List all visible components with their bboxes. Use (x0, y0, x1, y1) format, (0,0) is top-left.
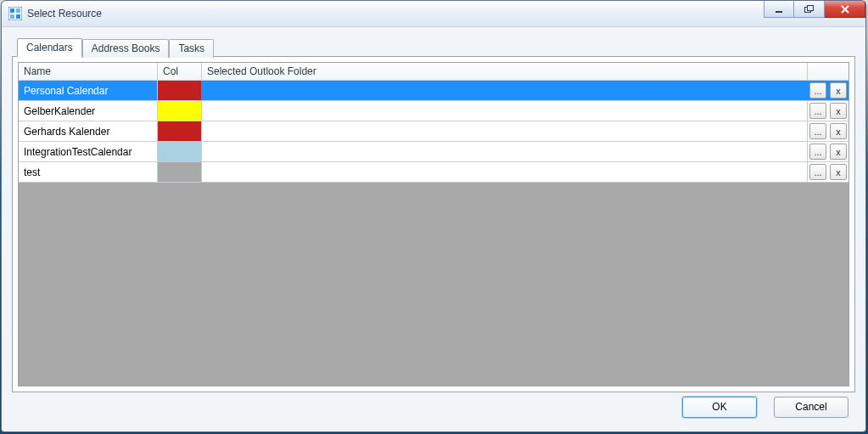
window-title: Select Resource (27, 8, 102, 20)
cell-color[interactable] (158, 162, 202, 182)
cell-delete: x (828, 81, 848, 100)
color-swatch (158, 162, 201, 182)
table-row[interactable]: test...x (19, 162, 848, 183)
browse-folder-button[interactable]: ... (809, 103, 826, 119)
cell-browse: ... (808, 142, 828, 161)
delete-row-button[interactable]: x (830, 144, 847, 160)
cell-name[interactable]: test (19, 162, 158, 182)
ok-button[interactable]: OK (682, 397, 757, 418)
dialog-window: Select Resource CalendarsAddress BooksTa… (1, 0, 866, 432)
cell-delete: x (828, 121, 848, 141)
tab-address-books[interactable]: Address Books (82, 39, 170, 58)
column-header-name[interactable]: Name (19, 63, 158, 80)
resource-grid: Name Col Selected Outlook Folder Persona… (18, 62, 849, 386)
cell-name[interactable]: GelberKalender (19, 101, 158, 121)
minimize-button[interactable] (764, 1, 794, 18)
cancel-button[interactable]: Cancel (774, 397, 848, 418)
tab-strip: CalendarsAddress BooksTasks (17, 37, 855, 56)
cell-color[interactable] (158, 121, 202, 141)
svg-rect-2 (16, 8, 20, 13)
cell-selected-folder[interactable] (202, 162, 808, 182)
titlebar[interactable]: Select Resource (2, 1, 865, 27)
cell-color[interactable] (158, 142, 202, 161)
cell-delete: x (828, 142, 848, 161)
cell-browse: ... (808, 101, 828, 121)
cell-name[interactable]: IntegrationTestCalendar (19, 142, 158, 161)
cell-selected-folder[interactable] (202, 142, 808, 161)
app-icon (8, 7, 22, 20)
close-button[interactable] (825, 1, 865, 18)
color-swatch (158, 121, 201, 141)
browse-folder-button[interactable]: ... (809, 144, 826, 160)
table-row[interactable]: IntegrationTestCalendar...x (19, 142, 848, 162)
svg-rect-3 (10, 14, 14, 19)
tab-tasks[interactable]: Tasks (169, 39, 214, 58)
column-header-browse (808, 63, 828, 80)
delete-row-button[interactable]: x (830, 103, 847, 119)
svg-rect-4 (16, 14, 20, 19)
svg-rect-7 (807, 5, 813, 10)
color-swatch (158, 142, 201, 161)
svg-rect-1 (10, 8, 14, 13)
grid-header-row: Name Col Selected Outlook Folder (19, 63, 848, 81)
tab-calendars[interactable]: Calendars (17, 38, 82, 57)
cell-color[interactable] (158, 81, 202, 100)
cell-delete: x (828, 162, 848, 182)
table-row[interactable]: GelberKalender...x (19, 101, 848, 121)
delete-row-button[interactable]: x (830, 82, 847, 99)
browse-folder-button[interactable]: ... (809, 123, 826, 139)
dialog-footer: OK Cancel (12, 392, 855, 421)
maximize-button[interactable] (794, 1, 825, 18)
column-header-delete (828, 63, 848, 80)
cell-name[interactable]: Personal Calendar (19, 81, 158, 100)
delete-row-button[interactable]: x (830, 164, 847, 180)
window-control-buttons (764, 1, 865, 18)
cell-name[interactable]: Gerhards Kalender (19, 121, 158, 141)
cell-delete: x (828, 101, 848, 121)
grid-body: Personal Calendar...xGelberKalender...xG… (19, 81, 848, 386)
color-swatch (158, 101, 201, 121)
column-header-folder[interactable]: Selected Outlook Folder (202, 63, 808, 80)
cell-browse: ... (808, 121, 828, 141)
browse-folder-button[interactable]: ... (809, 82, 826, 99)
cell-color[interactable] (158, 101, 202, 121)
table-row[interactable]: Gerhards Kalender...x (19, 121, 848, 142)
svg-rect-5 (776, 11, 782, 13)
cell-browse: ... (808, 81, 828, 100)
cell-selected-folder[interactable] (202, 121, 808, 141)
column-header-col[interactable]: Col (158, 63, 202, 80)
table-row[interactable]: Personal Calendar...x (19, 81, 848, 101)
cell-selected-folder[interactable] (202, 81, 808, 100)
client-area: CalendarsAddress BooksTasks Name Col Sel… (2, 27, 865, 431)
color-swatch (158, 81, 201, 100)
delete-row-button[interactable]: x (830, 123, 847, 139)
cell-browse: ... (808, 162, 828, 182)
tab-panel-calendars: Name Col Selected Outlook Folder Persona… (12, 56, 855, 392)
browse-folder-button[interactable]: ... (809, 164, 826, 180)
cell-selected-folder[interactable] (202, 101, 808, 121)
